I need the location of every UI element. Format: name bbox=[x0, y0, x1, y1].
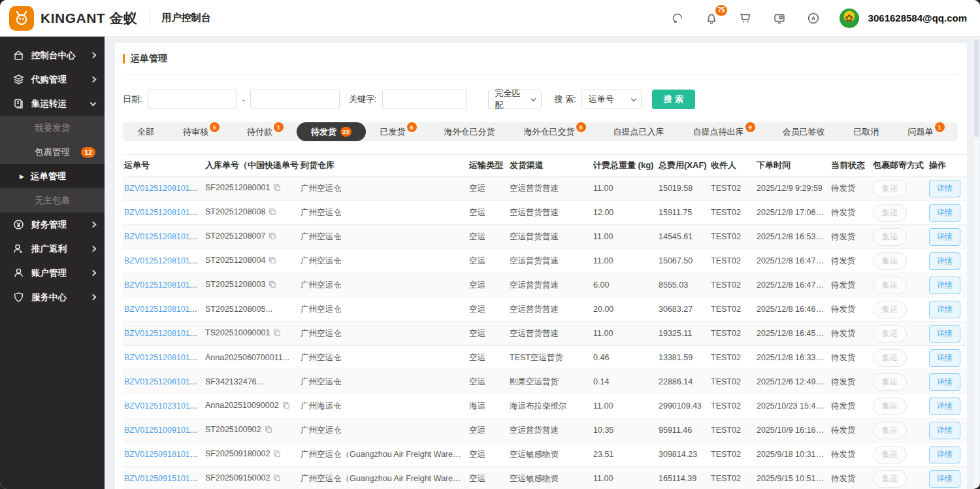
detail-button[interactable]: 详情 bbox=[929, 349, 960, 367]
waybill-link[interactable]: BZV01251009101111 bbox=[124, 426, 202, 435]
copy-icon[interactable] bbox=[269, 208, 276, 218]
scrollbar-thumb[interactable] bbox=[974, 39, 979, 137]
copy-icon[interactable] bbox=[273, 474, 281, 484]
status-cell: 待发货 bbox=[830, 249, 872, 273]
copy-icon[interactable] bbox=[282, 401, 290, 411]
sidebar-item-0[interactable]: 控制台中心 bbox=[0, 43, 105, 67]
detail-button[interactable]: 详情 bbox=[929, 397, 960, 415]
cost-cell: 2990109.43 bbox=[657, 394, 710, 418]
waybill-link[interactable]: BZV01251023101121 bbox=[124, 401, 203, 411]
sidebar-item-2[interactable]: 集运转运 bbox=[0, 92, 105, 116]
search-button[interactable]: 搜 索 bbox=[652, 90, 695, 109]
tab-2[interactable]: 待付款1 bbox=[233, 122, 297, 141]
copy-icon[interactable] bbox=[269, 280, 276, 290]
search-type-select[interactable]: 运单号 bbox=[581, 90, 642, 109]
tab-label: 海外仓已交货 bbox=[524, 126, 575, 138]
sidebar-item-9[interactable]: 账户管理 bbox=[0, 261, 105, 285]
brand-logo[interactable] bbox=[9, 6, 34, 31]
date-from-input[interactable] bbox=[148, 90, 237, 109]
notifications-bell-icon[interactable]: 75 bbox=[704, 10, 719, 26]
detail-button[interactable]: 详情 bbox=[929, 301, 960, 318]
customer-service-icon[interactable] bbox=[670, 10, 685, 26]
cost-cell: 165114.39 bbox=[657, 467, 710, 489]
copy-icon[interactable] bbox=[269, 232, 276, 242]
weight-cell: 11.00 bbox=[592, 177, 657, 201]
cost-cell: 309814.23 bbox=[657, 443, 710, 467]
sidebar-item-5[interactable]: ▶运单管理 bbox=[0, 164, 105, 188]
tab-11[interactable]: 问题单1 bbox=[894, 122, 958, 141]
detail-button[interactable]: 详情 bbox=[929, 470, 960, 488]
sidebar-item-3[interactable]: 我要发货 bbox=[0, 116, 105, 140]
waybill-link[interactable]: BZV01251208101148 bbox=[124, 232, 203, 241]
match-mode-select[interactable]: 完全匹配 bbox=[488, 90, 542, 109]
table-row: BZV01251208101146ST20251208003广州空运仓空运空运普… bbox=[123, 273, 967, 297]
user-avatar[interactable]: ✿ bbox=[840, 8, 859, 28]
cart-icon[interactable] bbox=[738, 10, 753, 26]
inbound-number: Anna202510090002 bbox=[205, 401, 279, 410]
tab-0[interactable]: 全部 bbox=[123, 122, 169, 141]
detail-button[interactable]: 详情 bbox=[929, 204, 960, 222]
tab-5[interactable]: 海外仓已分货 bbox=[430, 122, 510, 141]
detail-button[interactable]: 详情 bbox=[929, 252, 960, 270]
tab-7[interactable]: 自提点已入库 bbox=[599, 122, 679, 141]
tab-3[interactable]: 待发货23 bbox=[297, 122, 366, 141]
waybill-link[interactable]: BZV01251206101139 bbox=[124, 377, 203, 386]
waybill-link[interactable]: BZV01251208101146 bbox=[124, 280, 203, 290]
copy-icon[interactable] bbox=[273, 450, 281, 460]
column-header-4: 发货渠道 bbox=[508, 155, 592, 177]
app-window: KINGANT 金蚁 用户控制台 75 A ✿ 3061628584@qq.co… bbox=[0, 0, 980, 489]
warehouse-cell: 广州空运仓（Guangzhou Air Freight Warehouse） bbox=[299, 443, 468, 467]
waybill-link[interactable]: BZV01251208101149 bbox=[124, 208, 203, 217]
table-row: BZV01251009101111ST2025100902广州空运仓空运空运普货… bbox=[123, 418, 967, 443]
scrollbar-track[interactable] bbox=[973, 38, 979, 488]
copy-icon[interactable] bbox=[273, 329, 281, 339]
detail-button[interactable]: 详情 bbox=[929, 325, 960, 343]
chevron-right-icon bbox=[90, 76, 97, 83]
language-icon[interactable]: A bbox=[806, 10, 821, 26]
waybill-link[interactable]: BZV01251208101143 bbox=[124, 353, 203, 362]
weight-cell: 0.46 bbox=[592, 346, 657, 370]
tab-10[interactable]: 已取消 bbox=[840, 122, 894, 141]
monitor-icon[interactable] bbox=[772, 10, 787, 26]
status-cell: 待发货 bbox=[830, 467, 872, 489]
date-to-input[interactable] bbox=[250, 90, 340, 109]
sidebar-item-6[interactable]: 无主包裹 bbox=[0, 188, 105, 212]
waybill-link[interactable]: BZV01251209101151 bbox=[124, 184, 203, 193]
sidebar-item-1[interactable]: 代购管理 bbox=[0, 67, 105, 92]
keyword-input[interactable] bbox=[382, 90, 467, 109]
sidebar-item-4[interactable]: 包裹管理12 bbox=[0, 140, 105, 164]
tab-6[interactable]: 海外仓已交货8 bbox=[510, 122, 599, 141]
tab-1[interactable]: 待审核5 bbox=[169, 122, 233, 141]
waybill-link[interactable]: BZV01250915101087 bbox=[124, 474, 204, 483]
sidebar-item-label: 运单管理 bbox=[31, 171, 95, 182]
copy-icon[interactable] bbox=[273, 184, 281, 194]
tab-label: 已取消 bbox=[854, 126, 879, 138]
tab-8[interactable]: 自提点待出库9 bbox=[679, 122, 768, 141]
tab-4[interactable]: 已发货6 bbox=[366, 122, 430, 141]
transport-type-cell: 空运 bbox=[468, 322, 508, 346]
table-row: BZV01251209101151SF202512080001广州空运仓空运空运… bbox=[123, 177, 967, 201]
waybill-link[interactable]: BZV01250918101097 bbox=[124, 450, 204, 459]
detail-button[interactable]: 详情 bbox=[929, 422, 960, 439]
warehouse-cell: 广州空运仓 bbox=[299, 225, 468, 249]
tab-9[interactable]: 会员已签收 bbox=[768, 122, 840, 141]
copy-icon[interactable] bbox=[265, 426, 272, 435]
mail-method-pill: 集运 bbox=[873, 301, 907, 318]
detail-button[interactable]: 详情 bbox=[929, 277, 960, 294]
sidebar-item-7[interactable]: 财务管理 bbox=[0, 212, 105, 237]
copy-icon[interactable] bbox=[269, 256, 276, 266]
detail-button[interactable]: 详情 bbox=[929, 446, 960, 464]
waybill-link[interactable]: BZV01251208101147 bbox=[124, 256, 203, 265]
mail-method-pill: 集运 bbox=[873, 228, 907, 246]
detail-button[interactable]: 详情 bbox=[929, 180, 960, 197]
sidebar-item-10[interactable]: 服务中心 bbox=[0, 285, 105, 309]
waybill-link[interactable]: BZV01251208101144 bbox=[124, 329, 203, 338]
warehouse-cell: 广州空运仓 bbox=[299, 273, 468, 297]
detail-button[interactable]: 详情 bbox=[929, 228, 960, 246]
user-email: 3061628584@qq.com bbox=[868, 12, 967, 24]
sidebar-item-8[interactable]: 推广返利 bbox=[0, 237, 105, 261]
detail-button[interactable]: 详情 bbox=[929, 373, 960, 391]
waybill-link[interactable]: BZV01251208101145 bbox=[124, 305, 203, 314]
order-time-cell: 2025/12/8 16:47:19 bbox=[755, 249, 830, 273]
column-header-5: 计费总重量 (kg) bbox=[592, 155, 657, 177]
